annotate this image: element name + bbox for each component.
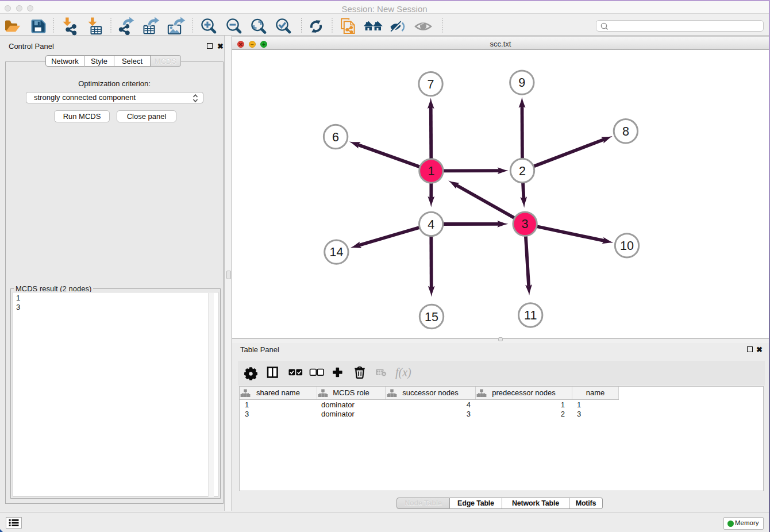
svg-text:9: 9 — [518, 76, 525, 90]
svg-text:8: 8 — [622, 125, 629, 138]
svg-text:3: 3 — [522, 217, 529, 231]
svg-text:15: 15 — [425, 310, 438, 324]
svg-text:2: 2 — [519, 164, 526, 178]
svg-text:7: 7 — [428, 78, 434, 91]
svg-text:4: 4 — [428, 218, 434, 232]
svg-text:1: 1 — [428, 164, 434, 178]
svg-text:10: 10 — [620, 239, 634, 253]
svg-text:11: 11 — [524, 309, 537, 322]
svg-text:6: 6 — [332, 130, 339, 144]
svg-text:14: 14 — [329, 245, 343, 259]
svg-text:f(x): f(x) — [395, 366, 411, 379]
